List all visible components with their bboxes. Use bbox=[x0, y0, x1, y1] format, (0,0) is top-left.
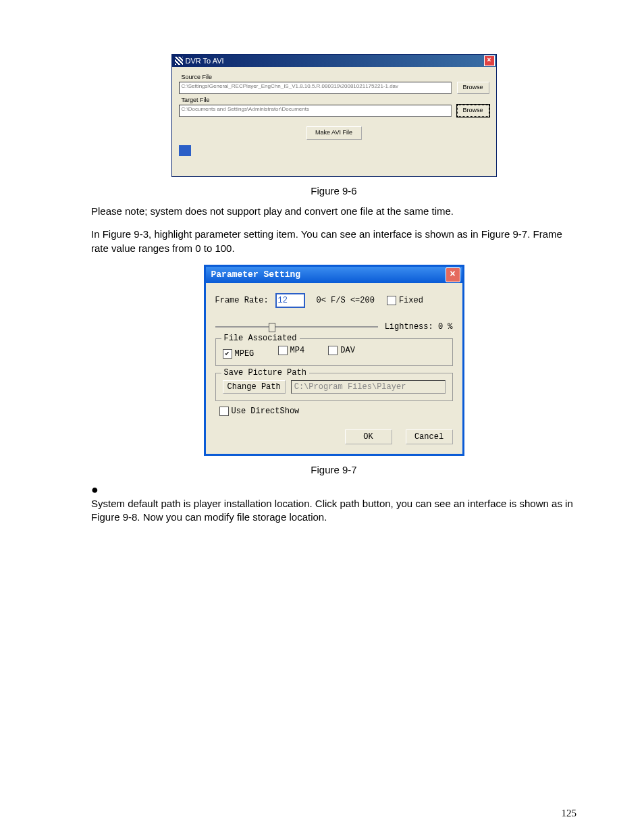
paragraph-3: System default path is player installati… bbox=[91, 497, 576, 525]
slider-thumb[interactable] bbox=[269, 323, 275, 332]
app-icon bbox=[175, 57, 183, 65]
checkbox-icon bbox=[219, 407, 229, 416]
directshow-label: Use DirectShow bbox=[232, 407, 300, 416]
close-icon[interactable]: × bbox=[446, 267, 460, 282]
cancel-button[interactable]: Cancel bbox=[406, 429, 453, 444]
frame-rate-range: 0< F/S <=200 bbox=[317, 296, 375, 305]
dlg2-title: Parameter Setting bbox=[211, 269, 301, 280]
checkbox-icon bbox=[278, 346, 288, 355]
save-path-field[interactable] bbox=[291, 380, 446, 394]
browse-target-button[interactable]: Browse bbox=[457, 105, 489, 117]
checkbox-icon bbox=[387, 296, 396, 305]
mp4-label: MP4 bbox=[290, 346, 305, 355]
fixed-label: Fixed bbox=[399, 296, 423, 305]
checkbox-icon bbox=[223, 349, 232, 359]
target-file-field[interactable]: C:\Documents and Settings\Administrator\… bbox=[179, 105, 452, 117]
lightness-slider[interactable] bbox=[215, 326, 378, 328]
source-file-label: Source File bbox=[182, 74, 489, 80]
figure-caption-1: Figure 9-6 bbox=[91, 185, 576, 197]
dvr-to-avi-dialog: DVR To AVI × Source File C:\Settings\Gen… bbox=[171, 54, 497, 177]
dlg1-title: DVR To AVI bbox=[186, 57, 224, 65]
make-avi-button[interactable]: Make AVI File bbox=[306, 126, 362, 140]
paragraph-2: In Figure 9-3, highlight parameter setti… bbox=[91, 228, 576, 255]
file-associated-group: File Associated MPEG MP4 DAV bbox=[215, 338, 453, 366]
parameter-setting-dialog: Parameter Setting × Frame Rate: 0< F/S <… bbox=[204, 265, 464, 456]
close-icon[interactable]: × bbox=[484, 55, 495, 66]
dav-label: DAV bbox=[340, 346, 355, 355]
lightness-label: Lightness: 0 % bbox=[385, 322, 453, 332]
mpeg-label: MPEG bbox=[235, 349, 254, 359]
page-number: 125 bbox=[562, 808, 577, 819]
mp4-checkbox[interactable]: MP4 bbox=[278, 346, 305, 355]
file-associated-legend: File Associated bbox=[221, 334, 300, 343]
figure-caption-2: Figure 9-7 bbox=[91, 464, 576, 475]
fixed-checkbox[interactable]: Fixed bbox=[387, 296, 423, 305]
frame-rate-input[interactable] bbox=[276, 294, 304, 307]
save-path-legend: Save Picture Path bbox=[221, 368, 309, 377]
mpeg-checkbox[interactable]: MPEG bbox=[223, 349, 254, 359]
ok-button[interactable]: OK bbox=[345, 429, 392, 444]
dlg1-titlebar[interactable]: DVR To AVI × bbox=[172, 55, 496, 67]
target-file-label: Target File bbox=[182, 97, 489, 103]
progress-fill bbox=[179, 145, 191, 156]
dav-checkbox[interactable]: DAV bbox=[328, 346, 355, 355]
directshow-checkbox[interactable]: Use DirectShow bbox=[219, 407, 300, 416]
checkbox-icon bbox=[328, 346, 338, 355]
frame-rate-label: Frame Rate: bbox=[215, 296, 276, 305]
save-picture-path-group: Save Picture Path Change Path bbox=[215, 373, 453, 401]
browse-source-button[interactable]: Browse bbox=[457, 82, 489, 94]
dlg2-titlebar[interactable]: Parameter Setting × bbox=[206, 267, 462, 283]
change-path-button[interactable]: Change Path bbox=[223, 380, 286, 394]
source-file-field[interactable]: C:\Settings\General_RECPlayer_EngChn_IS_… bbox=[179, 82, 452, 94]
bullet-point: ● bbox=[91, 484, 576, 496]
progress-bar bbox=[179, 145, 489, 156]
paragraph-1: Please note; system does not support pla… bbox=[91, 205, 576, 218]
